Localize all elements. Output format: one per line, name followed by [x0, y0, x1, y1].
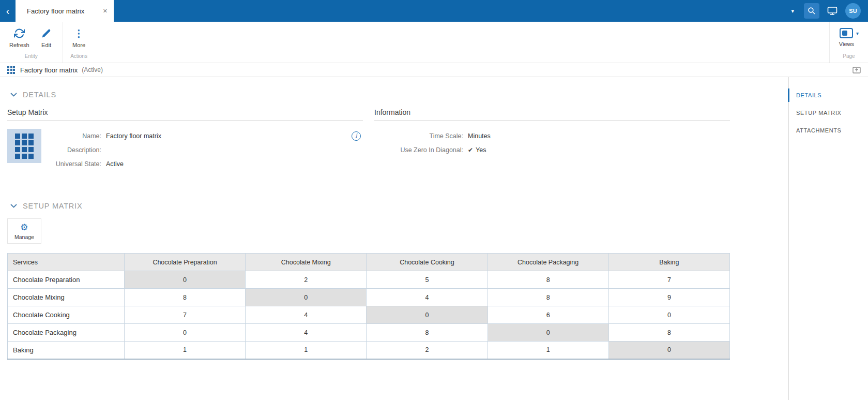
matrix-value-cell: 0: [608, 306, 729, 324]
matrix-column-header: Chocolate Preparation: [125, 254, 246, 271]
matrix-value-cell: 0: [125, 324, 246, 342]
sidenav-item-setup-matrix[interactable]: SETUP MATRIX: [789, 104, 868, 122]
matrix-value-cell: 1: [125, 342, 246, 359]
field-use-zero-label: Use Zero In Diagonal:: [374, 146, 463, 154]
search-icon[interactable]: [804, 3, 819, 19]
matrix-column-header: Chocolate Cooking: [367, 254, 488, 271]
sidenav-item-attachments[interactable]: ATTACHMENTS: [789, 122, 868, 139]
check-icon: ✔: [468, 146, 473, 154]
views-button[interactable]: Views ▾: [834, 25, 864, 52]
matrix-service-cell: Baking: [8, 342, 125, 359]
matrix-service-cell: Chocolate Preparation: [8, 271, 125, 289]
matrix-service-cell: Chocolate Mixing: [8, 289, 125, 306]
monitor-icon[interactable]: [827, 6, 837, 16]
matrix-value-cell: 7: [608, 271, 729, 289]
refresh-icon: [14, 27, 25, 39]
matrix-value-cell: 8: [608, 324, 729, 342]
matrix-row: Baking11210: [8, 342, 730, 359]
matrix-value-cell: 2: [246, 271, 367, 289]
close-icon[interactable]: ✕: [103, 8, 108, 14]
field-description-label: Description:: [50, 146, 101, 154]
sidenav-item-details[interactable]: DETAILS: [789, 86, 868, 104]
matrix-row: Chocolate Mixing80489: [8, 289, 730, 306]
field-name-label: Name:: [50, 132, 101, 140]
field-name: Name: Factory floor matrix i: [50, 129, 363, 143]
toolbar-group-page: Views ▾ Page: [829, 22, 868, 63]
field-time-scale: Time Scale: Minutes: [374, 129, 730, 143]
views-icon: [840, 28, 853, 38]
information-card: Information Time Scale: Minutes Use Zero…: [374, 108, 730, 171]
actions-group-caption: Actions: [67, 52, 91, 62]
matrix-value-cell: 0: [608, 342, 729, 359]
edit-label: Edit: [41, 42, 51, 48]
field-time-scale-value: Minutes: [468, 132, 491, 140]
field-universal-state-value: Active: [106, 160, 124, 168]
details-heading-label: DETAILS: [23, 91, 56, 99]
setup-matrix-tile-icon: [7, 129, 41, 163]
tab-title: Factory floor matrix: [27, 7, 84, 15]
avatar[interactable]: SU: [845, 3, 861, 19]
tab-factory-floor-matrix[interactable]: Factory floor matrix ✕: [16, 0, 114, 22]
setup-matrix-card-title: Setup Matrix: [7, 108, 363, 121]
matrix-value-cell: 8: [367, 324, 488, 342]
views-label: Views: [839, 41, 854, 47]
information-card-title: Information: [374, 108, 730, 121]
matrix-value-cell: 7: [125, 306, 246, 324]
matrix-value-cell: 2: [367, 342, 488, 359]
toolbar-spacer: [95, 22, 829, 63]
page-group-caption: Page: [834, 52, 864, 62]
manage-group: ⚙ Manage: [7, 218, 41, 244]
manage-label: Manage: [14, 234, 34, 240]
matrix-value-cell: 1: [488, 342, 608, 359]
refresh-button[interactable]: Refresh: [4, 25, 35, 52]
topbar-actions: ▾ SU: [789, 0, 868, 22]
manage-button[interactable]: ⚙ Manage: [8, 219, 41, 243]
more-icon: ⋮: [74, 27, 84, 39]
matrix-service-cell: Chocolate Packaging: [8, 324, 125, 342]
toolbar-group-actions: ⋮ More Actions: [63, 22, 95, 63]
main-area: DETAILS Setup Matrix Name: Factory floor…: [0, 77, 868, 400]
setup-matrix-card: Setup Matrix Name: Factory floor matrix …: [7, 108, 363, 171]
field-description: Description:: [50, 143, 363, 157]
gear-icon: ⚙: [20, 223, 28, 232]
topbar: ‹ Factory floor matrix ✕ ▾ SU: [0, 0, 868, 22]
matrix-row: Chocolate Preparation02587: [8, 271, 730, 289]
setup-matrix-section-heading: SETUP MATRIX: [10, 202, 730, 210]
field-name-value: Factory floor matrix: [106, 132, 161, 140]
info-icon[interactable]: i: [352, 131, 361, 141]
field-use-zero-in-diagonal: Use Zero In Diagonal: ✔ Yes: [374, 143, 730, 157]
field-use-zero-value: Yes: [476, 146, 486, 154]
back-chevron-icon[interactable]: ‹: [0, 0, 16, 22]
matrix-value-cell: 4: [367, 289, 488, 306]
matrix-column-header: Chocolate Mixing: [246, 254, 367, 271]
matrix-value-cell: 4: [246, 306, 367, 324]
matrix-service-cell: Chocolate Cooking: [8, 306, 125, 324]
chevron-down-icon[interactable]: [10, 204, 17, 208]
record-header: Factory floor matrix (Active): [0, 63, 868, 77]
content: DETAILS Setup Matrix Name: Factory floor…: [0, 77, 788, 400]
matrix-value-cell: 1: [246, 342, 367, 359]
matrix-services-header: Services: [8, 254, 125, 271]
toolbar: Refresh Edit Entity ⋮ More Actions: [0, 22, 868, 63]
matrix-row: Chocolate Packaging04808: [8, 324, 730, 342]
matrix-value-cell: 0: [125, 271, 246, 289]
matrix-value-cell: 0: [246, 289, 367, 306]
refresh-label: Refresh: [9, 42, 29, 48]
setup-matrix-table: ServicesChocolate PreparationChocolate M…: [7, 253, 730, 360]
matrix-value-cell: 0: [488, 324, 608, 342]
more-button[interactable]: ⋮ More: [67, 25, 91, 52]
matrix-row: Chocolate Cooking74060: [8, 306, 730, 324]
open-window-icon[interactable]: [852, 66, 861, 73]
field-universal-state-label: Universal State:: [50, 160, 101, 168]
views-caret-icon: ▾: [856, 31, 859, 36]
matrix-body: Chocolate Preparation02587Chocolate Mixi…: [8, 271, 730, 359]
chevron-down-icon[interactable]: ▾: [789, 6, 796, 17]
details-section-heading: DETAILS: [10, 91, 730, 99]
record-state: (Active): [82, 66, 103, 73]
chevron-down-icon[interactable]: [10, 93, 17, 97]
edit-button[interactable]: Edit: [35, 25, 58, 52]
matrix-value-cell: 9: [608, 289, 729, 306]
field-universal-state: Universal State: Active: [50, 157, 363, 171]
matrix-header-row: ServicesChocolate PreparationChocolate M…: [8, 254, 730, 271]
entity-group-caption: Entity: [4, 52, 58, 62]
